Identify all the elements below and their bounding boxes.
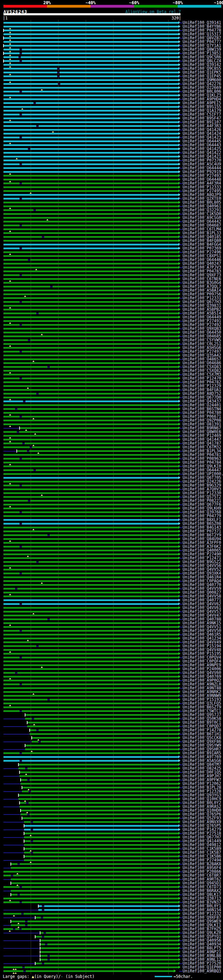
alignment-bar[interactable] (3, 336, 178, 337)
alignment-bar[interactable] (3, 550, 178, 551)
alignment-bar[interactable] (19, 775, 178, 777)
alignment-bar[interactable] (3, 756, 178, 758)
alignment-bar[interactable] (3, 270, 178, 272)
alignment-bar[interactable] (24, 856, 178, 857)
alignment-bar[interactable] (3, 397, 178, 398)
alignment-bar[interactable] (3, 691, 178, 693)
alignment-bar[interactable] (3, 485, 178, 486)
alignment-bar[interactable] (3, 622, 178, 624)
alignment-bar[interactable] (21, 783, 178, 784)
alignment-bar[interactable] (3, 64, 178, 66)
alignment-bar[interactable] (3, 167, 178, 169)
alignment-bar[interactable] (3, 305, 178, 307)
alignment-bar[interactable] (3, 366, 178, 368)
alignment-bar[interactable] (3, 630, 178, 632)
alignment-bar[interactable] (3, 202, 178, 204)
alignment-bar[interactable] (3, 913, 178, 915)
alignment-bar[interactable] (21, 779, 178, 781)
alignment-bar[interactable] (3, 385, 178, 387)
alignment-bar[interactable] (3, 49, 178, 51)
alignment-bar[interactable] (3, 760, 178, 762)
alignment-bar[interactable] (3, 466, 178, 467)
alignment-bar[interactable] (3, 897, 178, 899)
alignment-bar[interactable] (3, 530, 178, 532)
alignment-bar[interactable] (24, 848, 178, 850)
alignment-bar[interactable] (3, 309, 178, 310)
alignment-bar[interactable] (3, 966, 178, 968)
alignment-bar[interactable] (3, 205, 178, 207)
alignment-bar[interactable] (3, 190, 178, 192)
alignment-bar[interactable] (3, 576, 178, 578)
alignment-bar[interactable] (3, 152, 178, 154)
alignment-bar[interactable] (3, 607, 178, 609)
alignment-bar[interactable] (3, 60, 178, 62)
alignment-bar[interactable] (3, 56, 178, 58)
alignment-bar[interactable] (3, 320, 178, 322)
alignment-bar[interactable] (3, 435, 178, 437)
alignment-bar[interactable] (3, 133, 178, 135)
alignment-bar[interactable] (3, 611, 178, 612)
alignment-bar[interactable] (3, 68, 178, 70)
alignment-bar[interactable] (3, 901, 178, 903)
alignment-bar[interactable] (3, 163, 178, 165)
alignment-bar[interactable] (24, 859, 178, 861)
alignment-bar[interactable] (3, 706, 178, 708)
alignment-bar[interactable] (3, 508, 178, 509)
alignment-bar[interactable] (3, 515, 178, 517)
alignment-bar[interactable] (3, 565, 178, 566)
alignment-bar[interactable] (3, 313, 178, 314)
alignment-bar[interactable] (22, 787, 178, 788)
alignment-bar[interactable] (3, 26, 178, 27)
alignment-bar[interactable] (22, 791, 178, 792)
alignment-bar[interactable] (3, 511, 178, 513)
alignment-bar[interactable] (35, 917, 178, 918)
alignment-bar[interactable] (3, 114, 178, 115)
alignment-bar[interactable] (18, 768, 178, 769)
alignment-bar[interactable] (40, 940, 178, 942)
alignment-bar[interactable] (3, 374, 178, 375)
alignment-bar[interactable] (3, 535, 178, 536)
alignment-bar[interactable] (3, 431, 178, 433)
alignment-bar[interactable] (3, 328, 178, 329)
alignment-bar[interactable] (3, 324, 178, 326)
alignment-bar[interactable] (35, 963, 178, 964)
alignment-bar[interactable] (3, 159, 178, 161)
alignment-bar[interactable] (3, 660, 178, 662)
alignment-bar[interactable] (32, 737, 178, 739)
alignment-bar[interactable] (3, 301, 178, 303)
alignment-bar[interactable] (39, 905, 178, 907)
alignment-bar[interactable] (3, 217, 178, 219)
alignment-bar[interactable] (24, 829, 178, 830)
alignment-bar[interactable] (3, 118, 178, 119)
alignment-bar[interactable] (3, 370, 178, 372)
alignment-bar[interactable] (22, 817, 178, 819)
alignment-bar[interactable] (19, 772, 178, 773)
alignment-bar[interactable] (25, 718, 178, 720)
alignment-bar[interactable] (3, 519, 178, 521)
alignment-bar[interactable] (30, 729, 178, 731)
alignment-bar[interactable] (3, 183, 178, 184)
alignment-bar[interactable] (3, 871, 178, 873)
alignment-bar[interactable] (3, 75, 178, 77)
alignment-bar[interactable] (3, 144, 178, 146)
alignment-bar[interactable] (3, 106, 178, 108)
alignment-bar[interactable] (3, 546, 178, 547)
alignment-bar[interactable] (3, 462, 178, 463)
alignment-bar[interactable] (11, 878, 178, 880)
alignment-bar[interactable] (19, 806, 178, 808)
alignment-bar[interactable] (3, 641, 178, 643)
alignment-bar[interactable] (3, 401, 178, 402)
alignment-bar[interactable] (3, 121, 178, 123)
alignment-bar[interactable] (40, 951, 178, 953)
alignment-bar[interactable] (3, 412, 178, 414)
alignment-bar[interactable] (3, 41, 178, 43)
alignment-bar[interactable] (25, 745, 178, 746)
alignment-bar[interactable] (3, 538, 178, 540)
alignment-bar[interactable] (3, 703, 178, 704)
alignment-bar[interactable] (3, 649, 178, 651)
alignment-bar[interactable] (3, 267, 178, 268)
alignment-bar[interactable] (3, 91, 178, 92)
alignment-bar[interactable] (3, 129, 178, 131)
alignment-bar[interactable] (3, 286, 178, 288)
alignment-bar[interactable] (3, 580, 178, 582)
